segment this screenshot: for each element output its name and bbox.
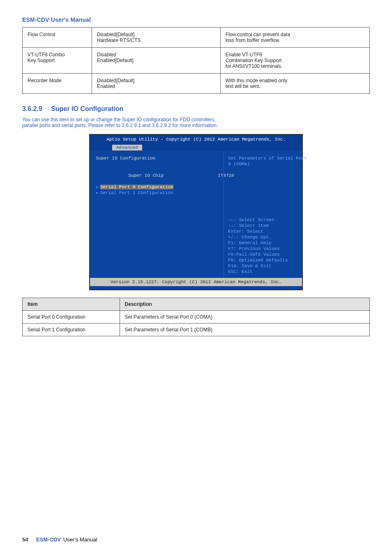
section-number: 3.6.2.9 <box>22 105 42 113</box>
table-row: Serial Port 0 Configuration Set Paramete… <box>23 311 370 324</box>
running-header: ESM-CDV User's Manual <box>22 16 370 23</box>
table-row: VT-UTF8 Combo Key Support Disabled Enabl… <box>23 48 370 74</box>
cell-item: Recorder Mode <box>23 74 92 94</box>
options-table-2: Item Description Serial Port 0 Configura… <box>22 298 370 336</box>
chevron-right-icon: ▸ <box>96 190 99 195</box>
col-desc: Description <box>120 298 369 311</box>
bios-key-help: →←: Select Screen ↑↓: Select Item Enter:… <box>228 217 299 275</box>
cell-options: Disabled Enabled[Default] <box>92 48 221 74</box>
document-page: ESM-CDV User's Manual Flow Control Disab… <box>0 0 392 555</box>
section-heading: 3.6.2.9 Super IO Configuration You can u… <box>22 105 370 128</box>
table-head-row: Item Description <box>23 298 370 311</box>
cell-desc: With this mode enabled only text will be… <box>220 74 369 94</box>
cell-desc: Flow control can prevent data loss from … <box>220 28 369 48</box>
bios-serial1: ▸Serial Port 1 Configuration <box>96 190 219 196</box>
cell-desc: Set Parameters of Serial Port 1 (COMB) <box>120 324 369 336</box>
page-number: 54 <box>22 536 36 543</box>
table-row: Recorder Mode Disabled[Default] Enabled … <box>23 74 370 94</box>
cell-item: Serial Port 1 Configuration <box>23 324 120 336</box>
bios-body: Super IO Configuration Super IO Chip IT8… <box>90 151 302 278</box>
table-row: Serial Port 1 Configuration Set Paramete… <box>23 324 370 336</box>
options-table-1: Flow Control Disabled[Default] Hardware … <box>22 27 370 94</box>
cell-item: Flow Control <box>23 28 92 48</box>
cell-options: Disabled[Default] Enabled <box>92 74 221 94</box>
bios-footer: Version 2.15.1227. Copyright (C) 2012 Am… <box>90 278 302 286</box>
col-item: Item <box>23 298 120 311</box>
cell-desc: Enable VT-UTF8 Combination Key Support f… <box>220 48 369 74</box>
bios-window: Aptio Setup Utility - Copyright (C) 2012… <box>89 134 303 290</box>
page-footer: 54 ESM-CDV User's Manual <box>22 536 370 543</box>
bios-serial0-label: Serial Port 0 Configuration <box>100 185 173 190</box>
product-name: ESM-CDV <box>36 536 61 543</box>
bios-chip-label: Super IO Chip <box>128 173 164 178</box>
bios-titlebar: Aptio Setup Utility - Copyright (C) 2012… <box>90 135 302 144</box>
cell-item: Serial Port 0 Configuration <box>23 311 120 324</box>
bios-left-pane: Super IO Configuration Super IO Chip IT8… <box>90 151 224 278</box>
bios-right-pane: Set Parameters of Serial Port 0 (COMA) →… <box>224 151 302 278</box>
tab-advanced: Advanced <box>112 145 142 150</box>
section-title: Super IO Configuration <box>51 105 123 113</box>
bios-chip-line: Super IO Chip IT8728 <box>96 167 219 184</box>
bios-heading: Super IO Configuration <box>96 155 219 161</box>
chevron-right-icon: ▸ <box>96 185 99 190</box>
bios-serial0: ▸Serial Port 0 Configuration <box>96 184 219 190</box>
bios-help-text: Set Parameters of Serial Port 0 (COMA) <box>228 155 299 167</box>
bios-screenshot: Aptio Setup Utility - Copyright (C) 2012… <box>89 134 303 290</box>
cell-desc: Set Parameters of Serial Port 0 (COMA) <box>120 311 369 324</box>
bios-serial1-label: Serial Port 1 Configuration <box>100 190 173 195</box>
table-row: Flow Control Disabled[Default] Hardware … <box>23 28 370 48</box>
section-body: You can use this item to set up or chang… <box>22 117 370 128</box>
cell-options: Disabled[Default] Hardware RTS/CTS <box>92 28 221 48</box>
manual-label: User's Manual <box>63 536 97 543</box>
cell-item: VT-UTF8 Combo Key Support <box>23 48 92 74</box>
bios-tabbar: Advanced <box>90 144 302 151</box>
